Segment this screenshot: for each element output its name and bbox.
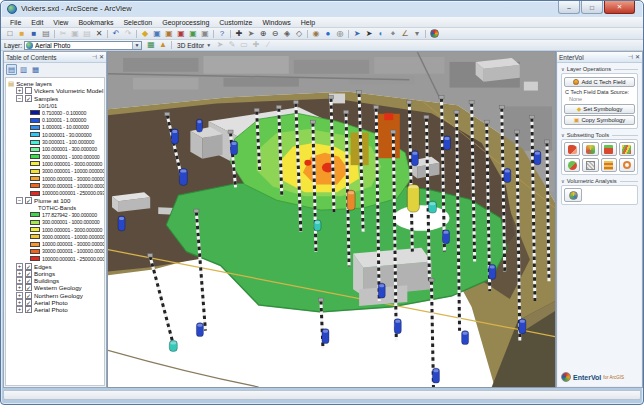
close-panel-icon[interactable]: ✕ bbox=[635, 54, 640, 60]
set-symbology-button[interactable]: ◆ Set Symbology bbox=[564, 104, 635, 114]
pan-icon[interactable]: ◉ bbox=[310, 28, 322, 39]
legend-color-swatch[interactable] bbox=[30, 147, 40, 152]
zoom-in-icon[interactable]: ⊕ bbox=[257, 28, 269, 39]
legend-color-swatch[interactable] bbox=[30, 256, 40, 261]
close-button[interactable]: ✕ bbox=[604, 1, 635, 14]
fly-icon[interactable]: ➤ bbox=[245, 28, 257, 39]
fixed-zoom-out-icon[interactable]: ◇ bbox=[293, 28, 305, 39]
pin-panel-icon[interactable]: ⊣ bbox=[628, 54, 633, 60]
list-by-drawing-order-icon[interactable]: ▤ bbox=[6, 64, 17, 75]
measure-icon[interactable]: ∠ bbox=[399, 28, 411, 39]
minimize-button[interactable]: – bbox=[558, 1, 580, 14]
layer-visibility-checkbox[interactable]: ✓ bbox=[25, 284, 32, 291]
legend-color-swatch[interactable] bbox=[30, 140, 40, 145]
modelbuilder-icon[interactable]: ▣ bbox=[187, 28, 199, 39]
list-by-visibility-icon[interactable]: ▦ bbox=[30, 64, 41, 75]
legend-color-swatch[interactable] bbox=[30, 169, 40, 174]
subsetting-tools-section[interactable]: ∨ Subsetting Tools bbox=[561, 132, 638, 138]
layer-visibility-checkbox[interactable] bbox=[25, 87, 32, 94]
fence-section-tool-button[interactable] bbox=[619, 142, 635, 156]
rotate-subset-tool-button[interactable] bbox=[582, 142, 598, 156]
legend-color-swatch[interactable] bbox=[30, 212, 40, 217]
layer-name[interactable]: Vickers Volumetric Model bbox=[34, 87, 103, 94]
python-window-icon[interactable]: ▣ bbox=[199, 28, 211, 39]
layer-name[interactable]: Plume at 100 bbox=[34, 197, 70, 204]
scene-3d-view[interactable] bbox=[108, 52, 555, 387]
scene-viewport[interactable] bbox=[107, 51, 556, 388]
tree-expander-icon[interactable]: + bbox=[16, 87, 23, 94]
legend-color-swatch[interactable] bbox=[30, 249, 40, 254]
volume-calculator-tool-button[interactable] bbox=[564, 188, 582, 202]
title-bar[interactable]: Vickers.sxd - ArcScene - ArcView – □ ✕ bbox=[1, 1, 643, 17]
menu-bookmarks[interactable]: Bookmarks bbox=[73, 19, 118, 26]
find-icon[interactable]: ⌖ bbox=[387, 28, 399, 39]
tree-expander-icon[interactable]: + bbox=[16, 299, 23, 306]
add-ctech-layer-icon[interactable]: ▦ bbox=[145, 40, 157, 51]
dome-subset-tool-button[interactable] bbox=[564, 158, 580, 172]
legend-color-swatch[interactable] bbox=[30, 191, 40, 196]
undo-icon[interactable]: ↶ bbox=[110, 28, 122, 39]
layer-combo[interactable]: Aerial Photo ▼ bbox=[24, 41, 142, 50]
legend-color-swatch[interactable] bbox=[30, 176, 40, 181]
legend-color-swatch[interactable] bbox=[30, 125, 40, 130]
legend-color-swatch[interactable] bbox=[30, 118, 40, 123]
tree-expander-icon[interactable]: − bbox=[16, 197, 23, 204]
tree-expander-icon[interactable]: + bbox=[16, 270, 23, 277]
layer-symbology-icon[interactable]: ▲ bbox=[157, 40, 169, 51]
layer-visibility-checkbox[interactable]: ✓ bbox=[25, 277, 32, 284]
copy-symbology-button[interactable]: ▣ Copy Symbology bbox=[564, 115, 635, 125]
new-document-icon[interactable]: □ bbox=[4, 28, 16, 39]
layer-name[interactable]: Aerial Photo bbox=[34, 306, 68, 313]
cylinder-cut-tool-button[interactable] bbox=[564, 142, 580, 156]
radial-subset-tool-button[interactable] bbox=[619, 158, 635, 172]
tree-expander-icon[interactable]: − bbox=[16, 95, 23, 102]
maximize-button[interactable]: □ bbox=[581, 1, 603, 14]
tree-expander-icon[interactable]: + bbox=[16, 284, 23, 291]
identify-icon[interactable]: ◐ bbox=[375, 28, 387, 39]
entervol-panel-header[interactable]: EnterVol ⊣ ✕ bbox=[557, 52, 642, 63]
menu-file[interactable]: File bbox=[5, 19, 26, 26]
arctoolbox-icon[interactable]: ▣ bbox=[175, 28, 187, 39]
layer-visibility-checkbox[interactable]: ✓ bbox=[25, 263, 32, 270]
whats-this-help-icon[interactable]: ? bbox=[216, 28, 228, 39]
toc-panel-header[interactable]: Table of Contents ⊣ ✕ bbox=[4, 52, 106, 63]
arccatalog-window-icon[interactable]: ▣ bbox=[163, 28, 175, 39]
open-folder-icon[interactable]: ■ bbox=[16, 28, 28, 39]
zoom-target-icon[interactable]: ◎ bbox=[334, 28, 346, 39]
delete-icon[interactable]: ✕ bbox=[93, 28, 105, 39]
fixed-zoom-in-icon[interactable]: ◈ bbox=[281, 28, 293, 39]
cube-subset-tool-button[interactable] bbox=[601, 142, 617, 156]
layer-name[interactable]: Buildings bbox=[34, 277, 59, 284]
legend-color-swatch[interactable] bbox=[30, 132, 40, 137]
arcmap-window-icon[interactable]: ▣ bbox=[151, 28, 163, 39]
tree-expander-icon[interactable]: + bbox=[16, 263, 23, 270]
menu-customize[interactable]: Customize bbox=[214, 19, 257, 26]
legend-color-swatch[interactable] bbox=[30, 242, 40, 247]
pin-panel-icon[interactable]: ⊣ bbox=[92, 54, 97, 60]
zoom-out-icon[interactable]: ⊖ bbox=[269, 28, 281, 39]
save-icon[interactable]: ■ bbox=[28, 28, 40, 39]
toolbar-overflow-icon[interactable]: ▾ bbox=[411, 28, 423, 39]
layer-visibility-checkbox[interactable]: ✓ bbox=[25, 292, 32, 299]
layer-name[interactable]: Edges bbox=[34, 263, 52, 270]
layer-visibility-checkbox[interactable]: ✓ bbox=[25, 306, 32, 313]
add-ctech-field-button[interactable]: Add C Tech Field bbox=[564, 77, 635, 87]
layer-operations-section[interactable]: ∨ Layer Operations bbox=[561, 66, 638, 72]
legend-color-swatch[interactable] bbox=[30, 161, 40, 166]
legend-color-swatch[interactable] bbox=[30, 154, 40, 159]
layer-visibility-checkbox[interactable]: ✓ bbox=[25, 299, 32, 306]
volumetric-analysis-section[interactable]: ∨ Volumetric Analysis bbox=[561, 178, 638, 184]
navigate-icon[interactable]: ✚ bbox=[233, 28, 245, 39]
layer-visibility-checkbox[interactable]: ✓ bbox=[25, 197, 32, 204]
legend-color-swatch[interactable] bbox=[30, 220, 40, 225]
layer-name[interactable]: Western Geology bbox=[34, 284, 82, 291]
layer-name[interactable]: Borings bbox=[34, 270, 55, 277]
add-data-icon[interactable]: ◆ bbox=[139, 28, 151, 39]
menu-edit[interactable]: Edit bbox=[26, 19, 48, 26]
close-panel-icon[interactable]: ✕ bbox=[99, 54, 104, 60]
menu-windows[interactable]: Windows bbox=[257, 19, 295, 26]
layer-explode-tool-button[interactable] bbox=[601, 158, 617, 172]
full-extent-icon[interactable]: ● bbox=[322, 28, 334, 39]
layer-visibility-checkbox[interactable]: ✓ bbox=[25, 95, 32, 102]
select-elements-icon[interactable]: ➤ bbox=[363, 28, 375, 39]
